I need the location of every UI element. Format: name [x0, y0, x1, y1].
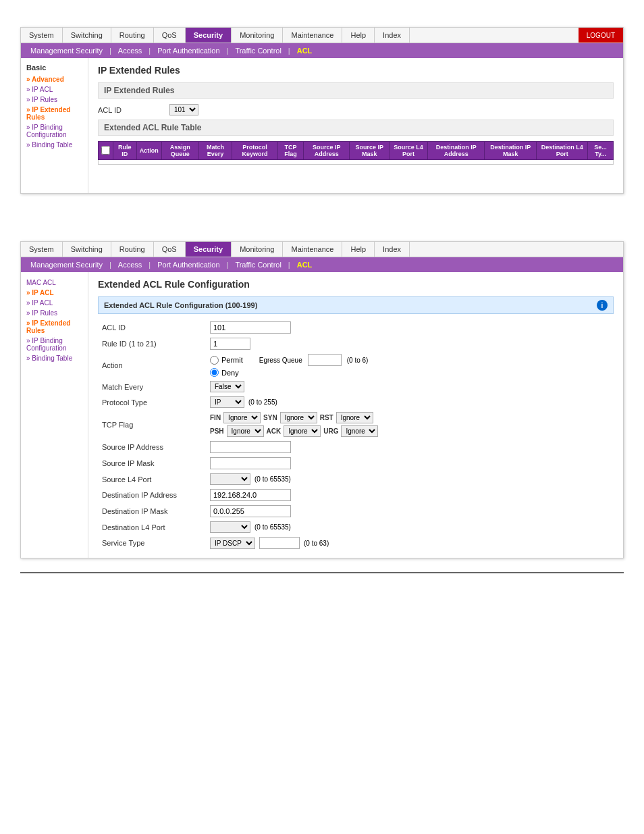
src-ip-input[interactable]: [210, 441, 291, 453]
sidebar-section-basic: Basic: [24, 63, 85, 72]
sidebar2-ip-binding-config[interactable]: » IP Binding Configuration: [24, 336, 85, 353]
nav2-system[interactable]: System: [21, 242, 63, 257]
dst-l4-select[interactable]: [210, 521, 250, 533]
sidebar-binding-table[interactable]: » Binding Table: [24, 140, 85, 150]
action-deny-row: Deny: [210, 368, 610, 377]
panel-title-1: IP Extended Rules: [98, 82, 614, 99]
subnav-mgmt-security[interactable]: Management Security: [26, 45, 107, 56]
egress-queue-input[interactable]: [308, 354, 342, 366]
nav-switching[interactable]: Switching: [63, 28, 111, 43]
panel-header-label: Extended ACL Rule Configuration (100-199…: [104, 301, 257, 309]
subnav2-access[interactable]: Access: [114, 259, 146, 270]
screenshot-block-1: System Switching Routing QoS Security Mo…: [20, 27, 624, 194]
fin-select[interactable]: IgnoreSetUnset: [223, 412, 261, 423]
nav-help[interactable]: Help: [342, 28, 375, 43]
tcp-flag-row-1: FIN IgnoreSetUnset SYN IgnoreSetUnset RS…: [210, 412, 610, 423]
nav2-routing[interactable]: Routing: [111, 242, 154, 257]
nav-monitoring[interactable]: Monitoring: [232, 28, 283, 43]
nav-security[interactable]: Security: [186, 28, 232, 43]
protocol-type-select[interactable]: IP TCP UDP ICMP: [210, 396, 244, 408]
select-all-checkbox[interactable]: [101, 146, 110, 155]
nav-bar-2: System Switching Routing QoS Security Mo…: [21, 242, 623, 257]
egress-queue-label: Egress Queue: [259, 357, 302, 364]
protocol-type-row: IP TCP UDP ICMP (0 to 255): [210, 396, 610, 408]
rule-id-input[interactable]: [210, 338, 250, 350]
nav-system[interactable]: System: [21, 28, 63, 43]
nav-routing[interactable]: Routing: [111, 28, 154, 43]
urg-select[interactable]: IgnoreSetUnset: [341, 425, 378, 437]
sidebar2-ip-acl-1[interactable]: » IP ACL: [24, 288, 85, 298]
sidebar2-ip-extended-rules[interactable]: » IP Extended Rules: [24, 318, 85, 336]
ack-select[interactable]: IgnoreSetUnset: [284, 425, 321, 437]
nav2-help[interactable]: Help: [342, 242, 375, 257]
content-area-1: Basic » Advanced » IP ACL » IP Rules » I…: [21, 58, 623, 193]
dst-ip-input[interactable]: [210, 489, 291, 501]
sub-nav-2: Management Security | Access | Port Auth…: [21, 257, 623, 272]
sidebar2-binding-table[interactable]: » Binding Table: [24, 353, 85, 363]
nav2-maintenance[interactable]: Maintenance: [283, 242, 342, 257]
src-l4-range: (0 to 65535): [254, 475, 291, 483]
sidebar-ip-acl[interactable]: » IP ACL: [24, 84, 85, 95]
page-title-2: Extended ACL Rule Configuration: [98, 279, 614, 290]
nav-maintenance[interactable]: Maintenance: [283, 28, 342, 43]
subnav2-traffic-control[interactable]: Traffic Control: [231, 259, 285, 270]
action-permit-radio[interactable]: [210, 356, 219, 365]
main-content-2: Extended ACL Rule Configuration Extended…: [88, 272, 623, 558]
nav-index[interactable]: Index: [375, 28, 410, 43]
subnav-acl[interactable]: ACL: [293, 45, 317, 56]
nav2-index[interactable]: Index: [375, 242, 410, 257]
col-dst-ip: Destination IP Address: [428, 142, 485, 160]
sidebar2-ip-rules[interactable]: » IP Rules: [24, 308, 85, 318]
service-type-input[interactable]: [259, 537, 300, 549]
urg-label: URG: [323, 427, 338, 435]
egress-queue-range: (0 to 6): [347, 357, 369, 364]
sidebar-ip-rules[interactable]: » IP Rules: [24, 95, 85, 105]
col-match-every: Match Every: [198, 142, 232, 160]
nav2-security[interactable]: Security: [186, 242, 232, 257]
match-every-select[interactable]: False True: [210, 381, 244, 392]
sidebar-ip-binding-config[interactable]: » IP Binding Configuration: [24, 122, 85, 140]
dst-mask-input[interactable]: [210, 505, 291, 517]
nav2-monitoring[interactable]: Monitoring: [232, 242, 283, 257]
src-l4-select[interactable]: [210, 473, 250, 485]
nav2-qos[interactable]: QoS: [154, 242, 186, 257]
col-assign-queue: Assign Queue: [161, 142, 198, 160]
sidebar-advanced[interactable]: » Advanced: [24, 74, 85, 84]
logout-button[interactable]: LOGOUT: [579, 28, 623, 43]
rst-select[interactable]: IgnoreSetUnset: [336, 412, 373, 423]
psh-label: PSH: [210, 427, 224, 435]
subnav2-mgmt-security[interactable]: Management Security: [26, 259, 107, 270]
action-deny-radio[interactable]: [210, 368, 219, 377]
sidebar2-ip-acl-2[interactable]: » IP ACL: [24, 298, 85, 308]
subnav-access[interactable]: Access: [114, 45, 146, 56]
config-form-table: ACL ID Rule ID (1 to 21) Action: [98, 319, 614, 551]
tcp-flag-label: TCP Flag: [98, 410, 206, 439]
acl-id-input[interactable]: [210, 321, 291, 334]
rst-label: RST: [320, 414, 333, 421]
sidebar2-mac-acl[interactable]: MAC ACL: [24, 278, 85, 288]
subnav-traffic-control[interactable]: Traffic Control: [231, 45, 285, 56]
acl-id-label: ACL ID: [98, 106, 165, 114]
sidebar-1: Basic » Advanced » IP ACL » IP Rules » I…: [21, 58, 88, 193]
tcp-flag-container: FIN IgnoreSetUnset SYN IgnoreSetUnset RS…: [210, 412, 610, 437]
syn-select[interactable]: IgnoreSetUnset: [280, 412, 317, 423]
page-title-1: IP Extended Rules: [98, 65, 614, 76]
nav-bar-1: System Switching Routing QoS Security Mo…: [21, 28, 623, 43]
nav2-switching[interactable]: Switching: [63, 242, 111, 257]
psh-select[interactable]: IgnoreSetUnset: [227, 425, 264, 437]
src-mask-input[interactable]: [210, 457, 291, 469]
col-dst-mask: Destination IP Mask: [485, 142, 537, 160]
service-type-select[interactable]: IP DSCP: [210, 538, 255, 549]
acl-id-select[interactable]: 101: [169, 104, 198, 115]
info-icon[interactable]: i: [597, 300, 608, 311]
sidebar-ip-extended-rules[interactable]: » IP Extended Rules: [24, 105, 85, 122]
subnav2-port-auth[interactable]: Port Authentication: [153, 259, 223, 270]
subnav2-acl[interactable]: ACL: [293, 259, 317, 270]
sub-nav-1: Management Security | Access | Port Auth…: [21, 43, 623, 58]
screenshot-block-2: System Switching Routing QoS Security Mo…: [20, 241, 624, 558]
acl-id-form-label: ACL ID: [98, 319, 206, 336]
subnav-port-auth[interactable]: Port Authentication: [153, 45, 223, 56]
bottom-divider: [20, 572, 624, 573]
nav-qos[interactable]: QoS: [154, 28, 186, 43]
rule-id-label: Rule ID (1 to 21): [98, 336, 206, 352]
